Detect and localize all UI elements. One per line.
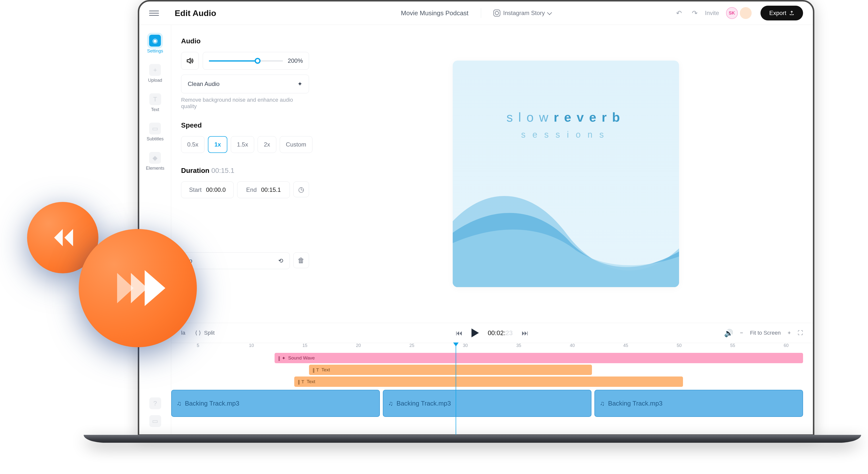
wave-graphic — [453, 159, 679, 287]
chevron-down-icon — [547, 10, 552, 15]
elements-icon: ◆ — [149, 152, 161, 164]
canvas-preview[interactable]: slowreverb sessions — [319, 25, 813, 323]
end-time-field[interactable]: End00:15.1 — [237, 181, 290, 198]
sparkle-icon: ✦ — [298, 81, 302, 87]
sidebar-label: Text — [151, 107, 159, 112]
speed-heading: Speed — [181, 121, 309, 129]
media-label[interactable]: la — [181, 330, 185, 336]
avatar-1[interactable]: SK — [726, 7, 738, 19]
fastforward-floating-icon — [79, 229, 197, 347]
timer-icon[interactable]: ◷ — [293, 181, 309, 197]
more-icon[interactable]: ▭ — [149, 415, 161, 427]
playhead[interactable] — [456, 343, 456, 437]
speed-1x[interactable]: 1x — [208, 136, 227, 153]
prev-button[interactable]: ⏮ — [456, 329, 463, 337]
clean-audio-button[interactable]: Clean Audio ✦ — [181, 75, 309, 93]
export-label: Export — [769, 9, 786, 17]
format-label: Instagram Story — [503, 9, 545, 17]
sidebar-item-settings[interactable]: ◉ Settings — [147, 35, 163, 54]
fit-screen[interactable]: Fit to Screen — [750, 330, 781, 336]
project-name[interactable]: Movie Musings Podcast — [401, 9, 469, 17]
speed-custom[interactable]: Custom — [280, 136, 312, 153]
export-icon — [789, 10, 794, 16]
volume-icon[interactable] — [181, 52, 199, 70]
subtitles-icon: ▭ — [149, 123, 161, 135]
track-text-1[interactable]: ‖ T Text — [309, 365, 592, 375]
speaker-icon[interactable]: 🔊 — [724, 329, 733, 337]
hamburger-icon[interactable] — [149, 10, 159, 16]
refresh-icon: ⟲ — [278, 257, 283, 264]
help-icon[interactable]: ? — [149, 397, 161, 409]
album-subtitle: sessions — [453, 129, 679, 140]
export-button[interactable]: Export — [761, 6, 803, 21]
text-icon: T — [149, 93, 161, 105]
sidebar-label: Settings — [147, 49, 163, 54]
target-icon: ◉ — [149, 35, 161, 47]
audio-track-1[interactable]: ♫ Backing Track.mp3 — [171, 390, 380, 417]
zoom-out[interactable]: − — [740, 330, 743, 336]
redo-button[interactable]: ↷ — [689, 8, 700, 19]
volume-value: 200% — [288, 57, 303, 64]
delete-button[interactable]: 🗑 — [293, 253, 309, 268]
timeline-ruler[interactable]: 510 1520 2530 3540 4550 5560 — [171, 343, 813, 353]
sidebar-item-subtitles[interactable]: ▭ Subtitles — [147, 123, 164, 142]
sidebar-label: Subtitles — [147, 137, 164, 142]
laptop-base — [84, 435, 861, 443]
speed-0.5x[interactable]: 0.5x — [181, 136, 205, 153]
sidebar-item-text[interactable]: T Text — [149, 93, 161, 112]
play-button[interactable] — [471, 328, 479, 337]
volume-slider[interactable]: 200% — [203, 52, 309, 70]
album-title: slowreverb — [453, 110, 679, 125]
invite-label[interactable]: Invite — [705, 9, 719, 17]
format-selector[interactable]: Instagram Story — [493, 9, 551, 17]
next-button[interactable]: ⏭ — [522, 329, 528, 337]
instagram-icon — [493, 9, 500, 17]
replace-audio[interactable]: io ⟲ — [181, 253, 290, 269]
split-button[interactable]: ⟨ ⟩ Split — [195, 330, 215, 336]
fullscreen-icon[interactable]: ⛶ — [798, 330, 803, 336]
track-text-2[interactable]: ‖ T Text — [294, 377, 683, 387]
audio-track-3[interactable]: ♫ Backing Track.mp3 — [594, 390, 803, 417]
audio-track-2[interactable]: ♫ Backing Track.mp3 — [383, 390, 591, 417]
clean-audio-helper: Remove background noise and enhance audi… — [181, 97, 309, 110]
sidebar-label: Upload — [148, 78, 162, 83]
start-time-field[interactable]: Start00:00.0 — [181, 181, 234, 198]
speed-2x[interactable]: 2x — [257, 136, 276, 153]
audio-heading: Audio — [181, 37, 309, 45]
undo-button[interactable]: ↶ — [673, 8, 684, 19]
time-display: 00:02:23 — [488, 329, 513, 337]
avatar-2[interactable] — [740, 7, 752, 19]
sidebar-item-elements[interactable]: ◆ Elements — [146, 152, 164, 171]
track-soundwave[interactable]: ‖ ✦ Sound Wave — [275, 353, 803, 363]
zoom-in[interactable]: + — [787, 330, 791, 336]
album-art: slowreverb sessions — [453, 61, 679, 287]
clean-audio-label: Clean Audio — [188, 81, 219, 87]
page-title: Edit Audio — [175, 8, 216, 18]
sidebar-label: Elements — [146, 166, 164, 171]
duration-heading: Duration00:15.1 — [181, 167, 309, 175]
plus-icon: + — [149, 64, 161, 76]
sidebar-item-upload[interactable]: + Upload — [148, 64, 162, 83]
speed-1.5x[interactable]: 1.5x — [231, 136, 254, 153]
